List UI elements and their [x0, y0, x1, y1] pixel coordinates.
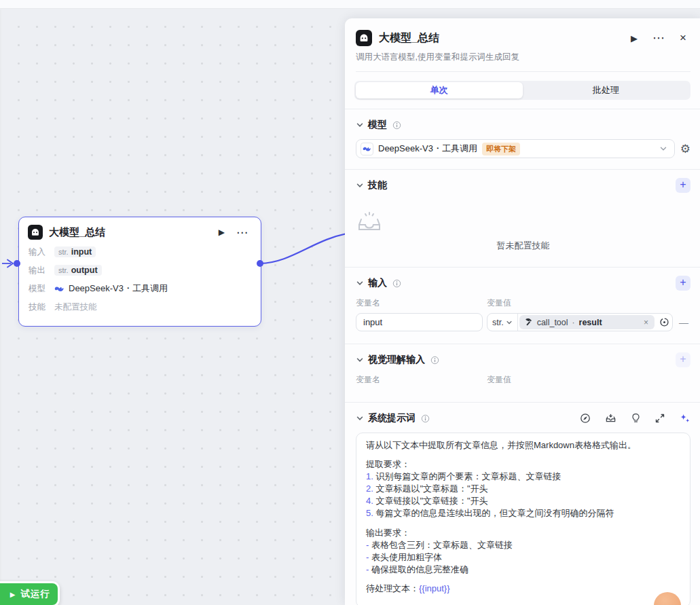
empty-tray-icon — [356, 209, 690, 235]
var-name-input[interactable] — [356, 313, 483, 331]
prompt-line — [366, 452, 680, 458]
prompt-library-icon[interactable] — [605, 413, 616, 424]
window-top-strip — [0, 0, 700, 9]
system-prompt-label: 系统提示词 — [368, 412, 416, 424]
tool-hammer-icon — [524, 318, 533, 327]
node-model-row: 模型 DeepSeek-V3・工具调用 — [29, 282, 251, 295]
model-name: DeepSeek-V3・工具调用 — [378, 143, 477, 155]
prompt-line: 输出要求： — [366, 527, 680, 539]
expand-icon[interactable] — [655, 414, 665, 423]
chevron-down-icon[interactable] — [356, 181, 364, 189]
prompt-line — [366, 576, 680, 583]
mode-tabs: 单次 批处理 — [354, 81, 690, 100]
skills-empty-text: 暂未配置技能 — [356, 240, 690, 252]
bot-icon — [356, 30, 372, 46]
input-var-pill: str. input — [54, 246, 96, 257]
col-var-name: 变量名 — [356, 297, 487, 309]
chevron-down-icon[interactable] — [356, 356, 364, 364]
prompt-line: - 确保提取的信息完整准确 — [366, 564, 680, 576]
whale-icon — [361, 143, 373, 155]
node-title: 大模型_总结 — [49, 226, 210, 239]
model-selector[interactable]: DeepSeek-V3・工具调用 即将下架 — [356, 139, 675, 158]
tab-batch[interactable]: 批处理 — [523, 82, 690, 98]
deprecation-badge: 即将下架 — [482, 143, 520, 155]
prompt-line: 1. 识别每篇文章的两个要素：文章标题、文章链接 — [366, 471, 680, 483]
var-type-select[interactable]: str. — [487, 314, 518, 331]
prompt-line: 4. 文章链接以"文章链接："开头 — [366, 495, 680, 507]
model-section-label: 模型 — [368, 119, 387, 131]
gear-icon[interactable]: ⚙ — [680, 143, 690, 155]
prompt-line: 请从以下文本中提取所有文章信息，并按照Markdown表格格式输出。 — [366, 439, 680, 452]
section-model: 模型 DeepSeek-V3・工具调用 即将下架 ⚙ — [345, 109, 700, 158]
panel-close-icon[interactable]: × — [676, 31, 690, 45]
info-icon — [392, 121, 401, 130]
node-config-panel: 大模型_总结 ▶ ⋯ × 调用大语言模型,使用变量和提示词生成回复 单次 批处理… — [345, 18, 700, 605]
panel-subtitle: 调用大语言模型,使用变量和提示词生成回复 — [356, 52, 690, 63]
prompt-line: 5. 每篇文章的信息是连续出现的，但文章之间没有明确的分隔符 — [366, 507, 680, 519]
info-icon — [392, 279, 401, 288]
ai-optimize-icon[interactable] — [679, 413, 690, 424]
info-icon — [421, 414, 430, 423]
section-system-prompt: 系统提示词 — [345, 402, 700, 605]
ref-picker-icon[interactable] — [656, 317, 672, 327]
output-var-pill: str. output — [54, 265, 102, 276]
node-input-row: 输入 str. input — [29, 245, 251, 259]
prompt-line: 2. 文章标题以"文章标题："开头 — [366, 483, 680, 495]
remove-ref-icon[interactable]: × — [642, 318, 650, 327]
system-prompt-editor[interactable]: 请从以下文本中提取所有文章信息，并按照Markdown表格格式输出。提取要求：1… — [356, 433, 690, 605]
node-more-icon[interactable]: ⋯ — [234, 225, 251, 240]
chevron-down-icon[interactable] — [356, 414, 364, 422]
node-skill-row: 技能 未配置技能 — [29, 300, 251, 314]
whale-icon — [54, 284, 65, 294]
inputs-section-label: 输入 — [368, 277, 387, 289]
prompt-line: 待处理文本：{{input}} — [366, 583, 680, 595]
section-skills: 技能 + 暂未配置技能 — [345, 169, 700, 267]
vision-section-label: 视觉理解输入 — [368, 354, 425, 366]
tab-single[interactable]: 单次 — [356, 82, 523, 98]
add-vision-input-button: + — [676, 352, 690, 367]
compass-icon[interactable] — [580, 413, 591, 424]
col-var-name: 变量名 — [356, 374, 487, 386]
prompt-line — [366, 520, 680, 527]
test-run-button[interactable]: ▶ 试运行 — [0, 581, 60, 605]
chevron-down-icon — [659, 145, 667, 153]
bot-icon — [28, 225, 43, 240]
node-card-llm[interactable]: 大模型_总结 ▶ ⋯ 输入 str. input 输出 str. output … — [18, 217, 261, 327]
add-skill-button[interactable]: + — [676, 178, 690, 193]
node-run-icon[interactable]: ▶ — [216, 227, 227, 237]
section-inputs: 输入 + 变量名 变量值 str. call_to — [345, 267, 700, 331]
panel-title: 大模型_总结 — [379, 31, 620, 45]
chevron-down-icon[interactable] — [356, 121, 364, 129]
add-input-button[interactable]: + — [676, 276, 690, 291]
prompt-line: - 表格包含三列：文章标题、文章链接 — [366, 539, 680, 551]
remove-row-button[interactable]: — — [677, 317, 690, 328]
panel-more-icon[interactable]: ⋯ — [648, 31, 669, 45]
play-icon: ▶ — [10, 591, 16, 598]
col-var-value: 变量值 — [487, 374, 511, 386]
variable-ref-tag[interactable]: call_tool · result × — [519, 315, 655, 329]
prompt-line: 提取要求： — [366, 458, 680, 471]
section-vision: 视觉理解输入 + 变量名 变量值 — [345, 344, 700, 386]
lightbulb-icon[interactable] — [631, 413, 641, 424]
info-icon — [430, 356, 439, 365]
panel-run-icon[interactable]: ▶ — [627, 33, 642, 43]
input-row: str. call_tool · result × — — [356, 313, 690, 331]
node-output-row: 输出 str. output — [29, 263, 251, 277]
chevron-down-icon[interactable] — [356, 279, 364, 287]
col-var-value: 变量值 — [487, 297, 511, 309]
prompt-line: - 表头使用加粗字体 — [366, 551, 680, 564]
skills-section-label: 技能 — [368, 179, 387, 191]
divider — [356, 71, 690, 72]
